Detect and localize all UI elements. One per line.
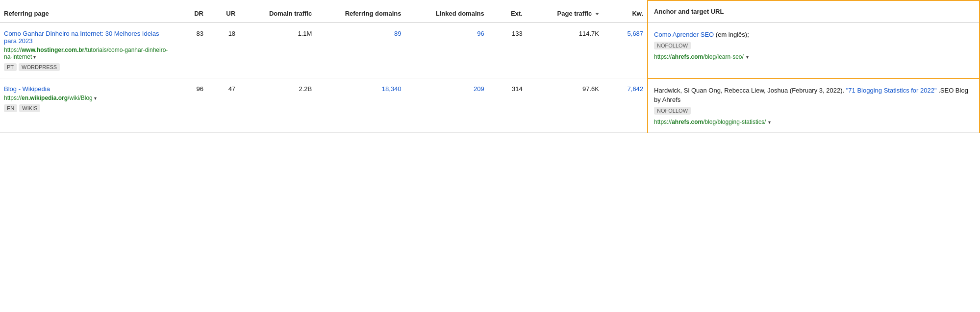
main-table-wrapper: Referring page DR UR Domain traffic Refe… (0, 0, 980, 312)
linked-domains-cell: 209 (405, 78, 488, 133)
table-header-row: Referring page DR UR Domain traffic Refe… (0, 0, 980, 23)
domain-traffic-cell: 1.1M (239, 23, 316, 78)
referring-url-link[interactable]: https://www.hostinger.com.br/tutoriais/c… (4, 47, 168, 60)
ext-cell: 314 (488, 78, 527, 133)
referring-url: https://www.hostinger.com.br/tutoriais/c… (4, 47, 168, 60)
ur-cell: 18 (207, 23, 239, 78)
ext-cell: 133 (488, 23, 527, 78)
url-dropdown-icon[interactable]: ▾ (33, 53, 36, 60)
anchor-cell: Como Aprender SEO (em inglês);NOFOLLOWht… (648, 23, 980, 78)
col-header-kw: Kw. (603, 0, 648, 23)
tag-badge: EN (4, 104, 17, 112)
col-header-pagetraffic[interactable]: Page traffic (527, 0, 603, 23)
kw-link[interactable]: 7,642 (628, 85, 644, 93)
col-header-dr: DR (172, 0, 207, 23)
referring-domains-link[interactable]: 89 (394, 30, 401, 37)
referring-url: https://en.wikipedia.org/wiki/Blog ▾ (4, 95, 168, 101)
col-header-ur: UR (207, 0, 239, 23)
referring-domains-link[interactable]: 18,340 (382, 85, 402, 93)
dr-cell: 96 (172, 78, 207, 133)
nofollow-badge: NOFOLLOW (654, 40, 973, 51)
dr-cell: 83 (172, 23, 207, 78)
sort-icon (595, 13, 599, 15)
anchor-text-link[interactable]: Como Aprender SEO (654, 31, 714, 38)
anchor-url-row: https://ahrefs.com/blog/learn-seo/ ▾ (654, 53, 973, 60)
col-header-ext: Ext. (488, 0, 527, 23)
anchor-url-link[interactable]: https://ahrefs.com/blog/blogging-statist… (654, 119, 766, 125)
table-row: Blog - Wikipediahttps://en.wikipedia.org… (0, 78, 980, 133)
col-header-domain: Domain traffic (239, 0, 316, 23)
url-dropdown-icon[interactable]: ▾ (94, 95, 97, 101)
ur-cell: 47 (207, 78, 239, 133)
anchor-url-dropdown-icon[interactable]: ▾ (767, 120, 771, 125)
tags-container: PTWORDPRESS (4, 60, 168, 71)
tag-badge: WORDPRESS (19, 63, 60, 71)
page-traffic-cell: 114.7K (527, 23, 603, 78)
referring-url-link[interactable]: https://en.wikipedia.org/wiki/Blog (4, 95, 93, 101)
col-header-linked: Linked domains (405, 0, 488, 23)
anchor-url-dropdown-icon[interactable]: ▾ (745, 54, 749, 60)
referring-page-cell: Blog - Wikipediahttps://en.wikipedia.org… (0, 78, 172, 133)
domain-traffic-cell: 2.2B (239, 78, 316, 133)
linked-domains-cell: 96 (405, 23, 488, 78)
anchor-suffix: (em inglês); (714, 31, 749, 38)
col-header-anchor: Anchor and target URL (648, 0, 980, 23)
anchor-cell: Hardwick, Si Quan Ong, Rebecca Liew, Jos… (648, 78, 980, 133)
referring-domains-cell: 18,340 (316, 78, 405, 133)
backlinks-table: Referring page DR UR Domain traffic Refe… (0, 0, 980, 133)
kw-cell: 5,687 (603, 23, 648, 78)
referring-title-link[interactable]: Blog - Wikipedia (4, 85, 50, 93)
anchor-text-row: Hardwick, Si Quan Ong, Rebecca Liew, Jos… (654, 86, 973, 105)
nofollow-label: NOFOLLOW (654, 107, 691, 115)
referring-title-link[interactable]: Como Ganhar Dinheiro na Internet: 30 Mel… (4, 30, 159, 45)
tag-badge: WIKIS (19, 104, 40, 112)
tags-container: ENWIKIS (4, 101, 168, 112)
kw-link[interactable]: 5,687 (628, 30, 644, 37)
anchor-prefix-text: Hardwick, Si Quan Ong, Rebecca Liew, Jos… (654, 87, 846, 94)
anchor-text-row: Como Aprender SEO (em inglês); (654, 30, 973, 40)
anchor-url-row: https://ahrefs.com/blog/blogging-statist… (654, 119, 973, 125)
anchor-text-link[interactable]: "71 Blogging Statistics for 2022" (846, 87, 937, 94)
tag-badge: PT (4, 63, 17, 71)
col-header-referring: Referring page (0, 0, 172, 23)
referring-domains-cell: 89 (316, 23, 405, 78)
col-header-refdom: Referring domains (316, 0, 405, 23)
linked-domains-link[interactable]: 209 (474, 85, 484, 93)
referring-page-cell: Como Ganhar Dinheiro na Internet: 30 Mel… (0, 23, 172, 78)
anchor-url-link[interactable]: https://ahrefs.com/blog/learn-seo/ (654, 53, 744, 60)
linked-domains-link[interactable]: 96 (477, 30, 484, 37)
nofollow-label: NOFOLLOW (654, 42, 691, 49)
table-row: Como Ganhar Dinheiro na Internet: 30 Mel… (0, 23, 980, 78)
page-traffic-cell: 97.6K (527, 78, 603, 133)
kw-cell: 7,642 (603, 78, 648, 133)
nofollow-badge: NOFOLLOW (654, 105, 973, 117)
